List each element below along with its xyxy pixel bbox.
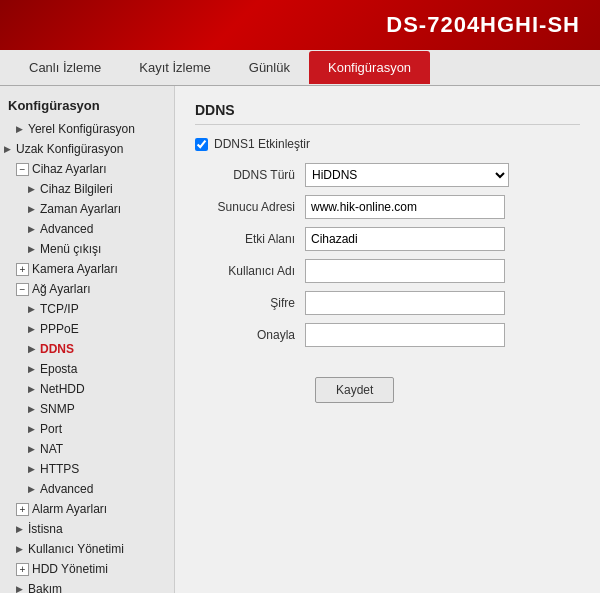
save-row: Kaydet: [305, 361, 580, 403]
sidebar-item-advanced2[interactable]: ▶ Advanced: [0, 479, 174, 499]
minus-icon: −: [16, 283, 29, 296]
server-address-row: Sunucu Adresi: [195, 195, 580, 219]
arrow-icon: ▶: [16, 124, 28, 134]
arrow-icon: ▶: [28, 464, 40, 474]
sidebar-item-pppoe[interactable]: ▶ PPPoE: [0, 319, 174, 339]
nav-live[interactable]: Canlı İzleme: [10, 51, 120, 84]
arrow-icon: ▶: [28, 204, 40, 214]
sidebar-item-ddns[interactable]: ▶ DDNS: [0, 339, 174, 359]
sidebar-item-nat[interactable]: ▶ NAT: [0, 439, 174, 459]
username-input[interactable]: [305, 259, 505, 283]
arrow-icon: ▶: [28, 184, 40, 194]
username-row: Kullanıcı Adı: [195, 259, 580, 283]
arrow-icon: ▶: [16, 524, 28, 534]
main-layout: Konfigürasyon ▶ Yerel Konfigürasyon ▶ Uz…: [0, 86, 600, 593]
sidebar-item-https[interactable]: ▶ HTTPS: [0, 459, 174, 479]
sidebar-item-camera-settings[interactable]: + Kamera Ayarları: [0, 259, 174, 279]
password-input[interactable]: [305, 291, 505, 315]
plus-icon: +: [16, 563, 29, 576]
plus-icon: +: [16, 503, 29, 516]
arrow-icon: ▶: [28, 224, 40, 234]
plus-icon: +: [16, 263, 29, 276]
arrow-icon: ▶: [28, 344, 40, 354]
sidebar-item-exception[interactable]: ▶ İstisna: [0, 519, 174, 539]
domain-input[interactable]: [305, 227, 505, 251]
nav-log[interactable]: Günlük: [230, 51, 309, 84]
arrow-icon: ▶: [16, 584, 28, 593]
ddns-enable-checkbox[interactable]: [195, 138, 208, 151]
sidebar-item-local-config[interactable]: ▶ Yerel Konfigürasyon: [0, 119, 174, 139]
password-row: Şifre: [195, 291, 580, 315]
sidebar-item-user-mgmt[interactable]: ▶ Kullanıcı Yönetimi: [0, 539, 174, 559]
content-title: DDNS: [195, 102, 580, 125]
ddns-enable-row: DDNS1 Etkinleştir: [195, 137, 580, 151]
sidebar-item-tcp-ip[interactable]: ▶ TCP/IP: [0, 299, 174, 319]
sidebar-item-maintenance[interactable]: ▶ Bakım: [0, 579, 174, 593]
device-title: DS-7204HGHI-SH: [386, 12, 580, 38]
nav-record[interactable]: Kayıt İzleme: [120, 51, 230, 84]
ddns-enable-label: DDNS1 Etkinleştir: [214, 137, 310, 151]
ddns-type-select[interactable]: HiDDNS DynDNS PeanutHull NO-IP: [305, 163, 509, 187]
sidebar-item-hdd-mgmt[interactable]: + HDD Yönetimi: [0, 559, 174, 579]
save-button[interactable]: Kaydet: [315, 377, 394, 403]
domain-row: Etki Alanı: [195, 227, 580, 251]
sidebar-item-advanced1[interactable]: ▶ Advanced: [0, 219, 174, 239]
sidebar-item-device-settings[interactable]: − Cihaz Ayarları: [0, 159, 174, 179]
confirm-input[interactable]: [305, 323, 505, 347]
sidebar-item-device-info[interactable]: ▶ Cihaz Bilgileri: [0, 179, 174, 199]
sidebar-item-network-settings[interactable]: − Ağ Ayarları: [0, 279, 174, 299]
arrow-icon: ▶: [28, 364, 40, 374]
password-label: Şifre: [195, 296, 305, 310]
sidebar-item-nethdd[interactable]: ▶ NetHDD: [0, 379, 174, 399]
nav-config[interactable]: Konfigürasyon: [309, 51, 430, 84]
arrow-icon: ▶: [28, 244, 40, 254]
sidebar-item-remote-config[interactable]: ▶ Uzak Konfigürasyon: [0, 139, 174, 159]
arrow-icon: ▶: [28, 484, 40, 494]
header: DS-7204HGHI-SH: [0, 0, 600, 50]
arrow-icon: ▶: [28, 304, 40, 314]
ddns-type-row: DDNS Türü HiDDNS DynDNS PeanutHull NO-IP: [195, 163, 580, 187]
ddns-type-label: DDNS Türü: [195, 168, 305, 182]
server-address-label: Sunucu Adresi: [195, 200, 305, 214]
content-area: DDNS DDNS1 Etkinleştir DDNS Türü HiDDNS …: [175, 86, 600, 593]
sidebar-item-time-settings[interactable]: ▶ Zaman Ayarları: [0, 199, 174, 219]
arrow-icon: ▶: [28, 424, 40, 434]
sidebar-item-menu-exit[interactable]: ▶ Menü çıkışı: [0, 239, 174, 259]
arrow-icon: ▶: [16, 544, 28, 554]
username-label: Kullanıcı Adı: [195, 264, 305, 278]
arrow-icon: ▶: [28, 384, 40, 394]
navbar: Canlı İzleme Kayıt İzleme Günlük Konfigü…: [0, 50, 600, 86]
arrow-icon: ▶: [28, 404, 40, 414]
confirm-label: Onayla: [195, 328, 305, 342]
arrow-icon: ▶: [28, 444, 40, 454]
sidebar-item-port[interactable]: ▶ Port: [0, 419, 174, 439]
sidebar-title: Konfigürasyon: [0, 94, 174, 119]
arrow-icon: ▶: [28, 324, 40, 334]
server-address-input[interactable]: [305, 195, 505, 219]
sidebar-item-alarm-settings[interactable]: + Alarm Ayarları: [0, 499, 174, 519]
arrow-icon: ▶: [4, 144, 16, 154]
sidebar-item-eposta[interactable]: ▶ Eposta: [0, 359, 174, 379]
minus-icon: −: [16, 163, 29, 176]
confirm-row: Onayla: [195, 323, 580, 347]
sidebar: Konfigürasyon ▶ Yerel Konfigürasyon ▶ Uz…: [0, 86, 175, 593]
sidebar-item-snmp[interactable]: ▶ SNMP: [0, 399, 174, 419]
domain-label: Etki Alanı: [195, 232, 305, 246]
